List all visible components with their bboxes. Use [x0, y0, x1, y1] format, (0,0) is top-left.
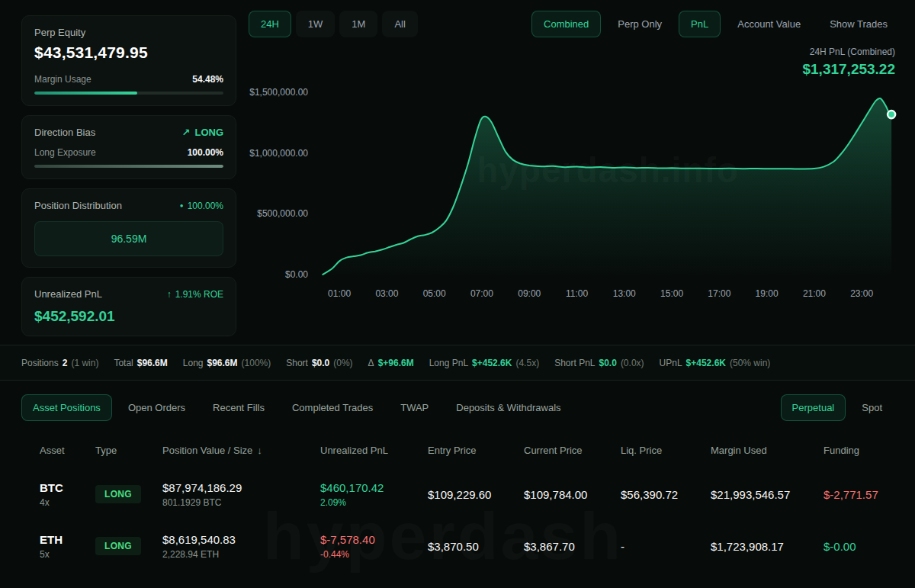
tab-recent-fills[interactable]: Recent Fills	[201, 394, 276, 421]
tab-1w[interactable]: 1W	[296, 11, 336, 37]
position-size: 801.1929 BTC	[162, 497, 320, 508]
y-axis: $1,500,000.00$1,000,000.00$500,000.00$0.…	[249, 82, 316, 282]
tab-spot[interactable]: Spot	[850, 394, 894, 421]
entry-price: $109,229.60	[428, 488, 524, 501]
col-margin-used: Margin Used	[711, 445, 824, 456]
x-axis-label: 03:00	[375, 288, 398, 299]
stat-item: UPnL$+452.6K(50% win)	[660, 358, 771, 368]
chart-mode-tabs: Combined Perp Only PnL Account Value Sho…	[531, 11, 900, 37]
type-cell: LONG	[95, 537, 162, 555]
upnl-percent: -0.44%	[320, 549, 428, 560]
position-distribution-value: ● 100.00%	[180, 201, 223, 211]
tab-asset-positions[interactable]: Asset Positions	[21, 394, 112, 421]
upnl-value: $-7,578.40	[320, 533, 428, 546]
position-value: $8,619,540.83	[162, 533, 320, 546]
tab-pnl[interactable]: PnL	[679, 11, 721, 37]
stat-item: Short$0.0(0%)	[286, 358, 352, 368]
position-value-cell: $87,974,186.29 801.1929 BTC	[162, 481, 320, 508]
stats-bar: Positions2(1 win)Total$96.6MLong$96.6M(1…	[0, 345, 915, 381]
asset-leverage: 4x	[40, 497, 95, 508]
pnl-area-chart-svg	[316, 82, 900, 282]
pnl-chart-section: 24H 1W 1M All Combined Perp Only PnL Acc…	[249, 11, 900, 345]
stat-item: Total$96.6M	[114, 358, 167, 368]
tab-account-value[interactable]: Account Value	[725, 11, 813, 37]
x-axis-label: 13:00	[613, 288, 636, 299]
unrealized-pnl-value: $452,592.01	[34, 308, 223, 325]
position-distribution-label: Position Distribution	[34, 200, 122, 211]
overview-section: Perp Equity $43,531,479.95 Margin Usage …	[0, 0, 915, 345]
positions-tabs: Asset Positions Open Orders Recent Fills…	[21, 394, 573, 421]
sort-desc-icon: ↓	[257, 445, 262, 456]
x-axis-label: 05:00	[423, 288, 446, 299]
unrealized-pnl-card: Unrealized PnL ↑ 1.91% ROE $452,592.01	[21, 277, 236, 336]
liq-price: $56,390.72	[621, 488, 711, 501]
tab-deposits-withdrawals[interactable]: Deposits & Withdrawals	[445, 394, 572, 421]
col-funding: Funding	[824, 445, 894, 456]
funding-value: $-0.00	[824, 540, 894, 553]
long-exposure-value: 100.00%	[188, 147, 223, 158]
perp-equity-value: $43,531,479.95	[34, 43, 223, 62]
position-value-cell: $8,619,540.83 2,228.94 ETH	[162, 533, 320, 560]
position-distribution-percent: 100.00%	[188, 201, 223, 211]
unrealized-roe: ↑ 1.91% ROE	[167, 289, 223, 300]
position-distribution-box[interactable]: 96.59M	[34, 221, 223, 256]
tab-combined[interactable]: Combined	[531, 11, 601, 37]
x-axis-label: 09:00	[518, 288, 541, 299]
arrow-up-icon: ↑	[167, 289, 172, 300]
long-exposure-fill	[34, 165, 223, 168]
tab-open-orders[interactable]: Open Orders	[117, 394, 197, 421]
col-liq-price: Liq. Price	[621, 445, 711, 456]
pnl-chart[interactable]: hyperdash.info	[316, 82, 900, 282]
x-axis-label: 19:00	[756, 288, 779, 299]
upnl-cell: $460,170.42 2.09%	[320, 481, 428, 508]
asset-cell: ETH 5x	[40, 533, 95, 560]
col-current-price: Current Price	[524, 445, 621, 456]
perp-equity-card: Perp Equity $43,531,479.95 Margin Usage …	[21, 15, 236, 106]
last-point-dot	[888, 111, 895, 118]
tab-perp-only[interactable]: Perp Only	[605, 11, 674, 37]
asset-leverage: 5x	[40, 549, 95, 560]
direction-bias-label: Direction Bias	[34, 127, 95, 138]
x-axis-label: 07:00	[470, 288, 493, 299]
positions-tabs-row: Asset Positions Open Orders Recent Fills…	[0, 381, 915, 427]
col-type: Type	[95, 445, 162, 456]
tab-perpetual[interactable]: Perpetual	[781, 394, 846, 421]
tab-all[interactable]: All	[382, 11, 417, 37]
margin-usage-value: 54.48%	[192, 74, 223, 85]
stat-item: Positions2(1 win)	[21, 358, 98, 368]
margin-usage-fill	[34, 92, 137, 95]
liq-price: -	[621, 540, 711, 553]
y-axis-label: $0.00	[285, 269, 308, 280]
col-position-value[interactable]: Position Value / Size ↓	[162, 445, 320, 456]
show-trades-button[interactable]: Show Trades	[817, 11, 900, 37]
tab-24h[interactable]: 24H	[249, 11, 291, 37]
market-type-tabs: Perpetual Spot	[781, 394, 894, 421]
position-row-eth[interactable]: ETH 5x LONG $8,619,540.83 2,228.94 ETH $…	[40, 520, 894, 572]
chart-controls: 24H 1W 1M All Combined Perp Only PnL Acc…	[249, 11, 900, 37]
tab-1m[interactable]: 1M	[339, 11, 377, 37]
margin-used: $1,723,908.17	[711, 540, 824, 553]
position-size: 2,228.94 ETH	[162, 549, 320, 560]
position-value: $87,974,186.29	[162, 481, 320, 494]
position-row-btc[interactable]: BTC 4x LONG $87,974,186.29 801.1929 BTC …	[40, 468, 894, 520]
y-axis-label: $1,000,000.00	[249, 148, 308, 159]
pnl-readout-value: $1,317,253.22	[249, 61, 895, 78]
positions-table: Asset Type Position Value / Size ↓ Unrea…	[40, 432, 894, 572]
pnl-readout-label: 24H PnL (Combined)	[249, 47, 895, 57]
tab-completed-trades[interactable]: Completed Trades	[281, 394, 384, 421]
stat-item: Short PnL$0.0(0.0x)	[554, 358, 644, 368]
direction-bias-card: Direction Bias ↗ LONG Long Exposure 100.…	[21, 115, 236, 179]
long-exposure-label: Long Exposure	[34, 147, 96, 158]
x-axis-label: 21:00	[803, 288, 826, 299]
table-header-row: Asset Type Position Value / Size ↓ Unrea…	[40, 432, 894, 468]
x-axis: 01:0003:0005:0007:0009:0011:0013:0015:00…	[316, 287, 900, 304]
margin-usage-bar	[34, 92, 223, 95]
upnl-percent: 2.09%	[320, 497, 428, 508]
asset-symbol: ETH	[40, 533, 95, 546]
account-summary-sidebar: Perp Equity $43,531,479.95 Margin Usage …	[21, 11, 236, 345]
margin-used: $21,993,546.57	[711, 488, 824, 501]
stat-item: Long PnL$+452.6K(4.5x)	[429, 358, 539, 368]
position-type-badge: LONG	[95, 537, 141, 555]
tab-twap[interactable]: TWAP	[389, 394, 440, 421]
entry-price: $3,870.50	[428, 540, 524, 553]
